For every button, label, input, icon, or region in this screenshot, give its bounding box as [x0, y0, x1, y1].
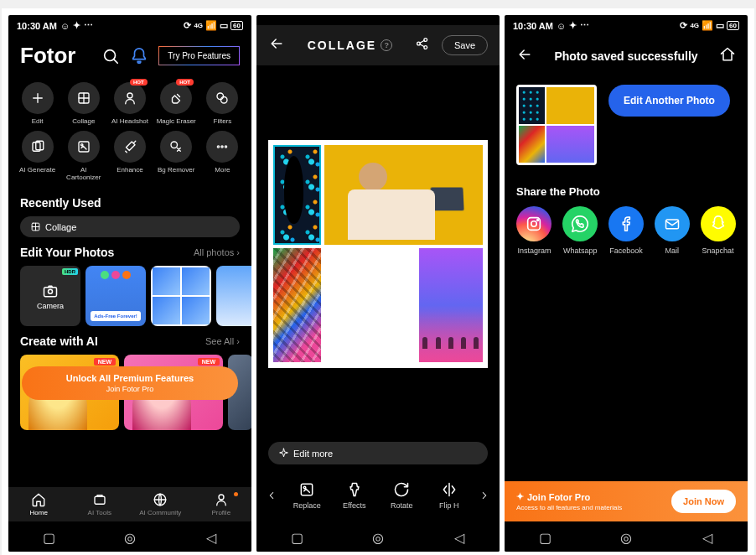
system-nav: ▢ ◎ ◁ — [505, 521, 748, 552]
tool-flip-h[interactable]: Flip H — [426, 481, 474, 510]
share-instagram[interactable]: Instagram — [516, 206, 551, 255]
svg-point-4 — [221, 97, 228, 104]
unlock-banner[interactable]: Unlock All Premium FeaturesJoin Fotor Pr… — [22, 366, 238, 400]
share-whatsapp[interactable]: Whatsapp — [562, 206, 598, 255]
tool-magic-eraser[interactable]: HOTMagic Eraser — [156, 82, 197, 126]
photo-tile-3[interactable] — [216, 266, 251, 326]
home-icon[interactable] — [719, 46, 736, 66]
saved-title: Photo saved successfully — [545, 49, 707, 63]
photo-tile-1[interactable]: Ads-Free Forever! — [85, 266, 146, 326]
tool-more[interactable]: More — [202, 131, 243, 182]
tool-filters[interactable]: Filters — [202, 82, 243, 126]
sys-recent-icon[interactable]: ▢ — [537, 530, 552, 545]
system-nav: ▢ ◎ ◁ — [8, 521, 251, 552]
join-now-button[interactable]: Join Now — [671, 490, 736, 513]
svg-point-10 — [218, 146, 220, 148]
nav-home[interactable]: Home — [8, 492, 70, 516]
sys-back-icon[interactable]: ◁ — [204, 530, 219, 545]
collage-canvas[interactable] — [268, 140, 488, 368]
status-bar: 10:30 AM☺✦⋯ ⟳4G📶▭60 — [8, 15, 251, 36]
tool-enhance[interactable]: Enhance — [109, 131, 150, 182]
tool-effects[interactable]: Effects — [331, 481, 379, 510]
bell-icon[interactable] — [130, 47, 148, 65]
system-nav: ▢ ◎ ◁ — [256, 521, 500, 552]
bottom-nav: Home AI Tools AI Community Profile — [8, 487, 251, 521]
chevron-left-icon[interactable] — [260, 490, 283, 501]
tool-ai-generate[interactable]: AI Generate — [17, 131, 58, 182]
sys-home-icon[interactable]: ◎ — [122, 530, 137, 545]
svg-point-15 — [49, 289, 53, 293]
photo-tile-2[interactable] — [151, 266, 211, 326]
edit-another-button[interactable]: Edit Another Photo — [608, 85, 730, 117]
all-photos-link[interactable]: All photos › — [194, 247, 240, 257]
create-ai-heading: Create with AI — [20, 335, 98, 348]
collage-cell-4[interactable] — [419, 248, 483, 363]
svg-point-26 — [537, 220, 539, 221]
phone-3-saved: 10:30 AM☺✦⋯ ⟳4G📶▭60 Photo saved successf… — [505, 15, 748, 552]
svg-rect-27 — [665, 220, 678, 229]
tool-ai-headshot[interactable]: HOTAI Headshot — [109, 82, 150, 126]
tools-grid: Edit Collage HOTAI Headshot HOTMagic Era… — [8, 75, 251, 188]
sys-recent-icon[interactable]: ▢ — [289, 530, 304, 545]
back-icon[interactable] — [516, 46, 533, 66]
save-button[interactable]: Save — [442, 35, 488, 55]
recently-used-heading: Recently Used — [20, 196, 101, 210]
nav-ai-tools[interactable]: AI Tools — [70, 492, 131, 516]
saved-thumbnail[interactable] — [516, 85, 597, 165]
svg-point-25 — [531, 221, 536, 226]
svg-point-2 — [127, 93, 132, 98]
tool-replace[interactable]: Replace — [283, 481, 331, 510]
tool-bg-remover[interactable]: Bg Remover — [156, 131, 197, 182]
tool-ai-cartoonizer[interactable]: AI Cartoonizer — [63, 131, 104, 182]
tool-rotate[interactable]: Rotate — [378, 481, 426, 510]
app-title: Fotor — [20, 43, 91, 69]
camera-tile[interactable]: HDRCamera — [20, 266, 80, 326]
svg-point-8 — [80, 143, 82, 145]
share-icon[interactable] — [415, 36, 430, 54]
svg-point-18 — [219, 495, 224, 500]
sys-back-icon[interactable]: ◁ — [700, 530, 715, 545]
svg-point-23 — [304, 486, 307, 489]
share-snapchat[interactable]: Snapchat — [701, 206, 736, 255]
svg-point-12 — [225, 146, 227, 148]
edit-toolbar: Replace Effects Rotate Flip H — [256, 473, 500, 521]
tool-collage[interactable]: Collage — [63, 82, 104, 126]
back-icon[interactable] — [268, 35, 285, 55]
svg-rect-14 — [44, 288, 57, 297]
share-mail[interactable]: Mail — [655, 206, 690, 255]
status-bar: 10:30 AM☺✦⋯ ⟳4G📶▭60 — [505, 15, 748, 36]
phone-2-collage: COLLAGE? Save .collage{grid-template-col… — [256, 15, 500, 552]
collage-cell-3[interactable] — [273, 248, 321, 363]
phone-1-home: 10:30 AM☺✦⋯ ⟳4G📶▭60 Fotor Try Pro Featur… — [8, 15, 251, 552]
chevron-right-icon[interactable] — [473, 490, 496, 501]
search-icon[interactable] — [101, 47, 120, 65]
status-bar — [256, 15, 500, 25]
try-pro-button[interactable]: Try Pro Features — [158, 46, 240, 65]
recent-collage-chip[interactable]: Collage — [20, 216, 240, 237]
svg-point-9 — [171, 142, 178, 148]
share-heading: Share the Photo — [505, 174, 748, 206]
collage-cell-1[interactable] — [273, 145, 321, 245]
svg-rect-16 — [95, 496, 105, 504]
see-all-link[interactable]: See All › — [205, 336, 240, 346]
sys-home-icon[interactable]: ◎ — [370, 530, 386, 545]
edit-photos-heading: Edit Your Photos — [20, 246, 114, 259]
sys-home-icon[interactable]: ◎ — [619, 530, 634, 545]
nav-ai-community[interactable]: AI Community — [130, 492, 191, 516]
nav-profile[interactable]: Profile — [191, 492, 252, 516]
collage-title: COLLAGE? — [297, 39, 403, 52]
svg-point-3 — [217, 93, 224, 100]
share-facebook[interactable]: Facebook — [608, 206, 644, 255]
sys-back-icon[interactable]: ◁ — [452, 530, 467, 545]
join-pro-banner: ✦Join Fotor Pro Access to all features a… — [505, 481, 748, 521]
svg-point-11 — [221, 146, 223, 148]
collage-cell-2[interactable] — [324, 145, 483, 245]
edit-more-button[interactable]: Edit more — [268, 442, 488, 464]
sys-recent-icon[interactable]: ▢ — [41, 530, 56, 545]
tool-edit[interactable]: Edit — [17, 82, 58, 126]
